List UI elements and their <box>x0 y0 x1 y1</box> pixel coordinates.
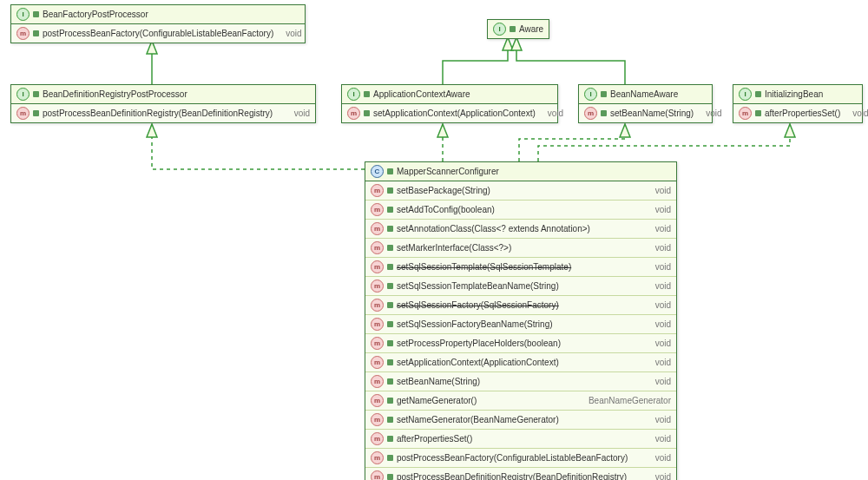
method-name: setSqlSessionFactory(SqlSessionFactory) <box>397 300 559 310</box>
return-type: BeanNameGenerator <box>580 396 671 405</box>
return-type: void <box>647 300 671 310</box>
box-header: I ApplicationContextAware <box>342 85 557 104</box>
box-beandefregistry[interactable]: I BeanDefinitionRegistryPostProcessor m … <box>10 84 316 123</box>
abstract-icon <box>510 26 516 32</box>
method-icon: m <box>371 299 384 312</box>
method-name: setBeanName(String) <box>397 377 480 386</box>
abstract-icon <box>601 110 607 116</box>
method-name: afterPropertiesSet() <box>765 108 840 118</box>
methods-list: msetBasePackage(String)voidmsetAddToConf… <box>365 181 676 480</box>
method-icon: m <box>371 470 384 480</box>
class-title: BeanDefinitionRegistryPostProcessor <box>43 89 187 99</box>
abstract-icon <box>387 417 393 423</box>
method-row: mafterPropertiesSet()void <box>365 430 676 449</box>
method-row: msetAddToConfig(boolean)void <box>365 201 676 220</box>
method-name: postProcessBeanDefinitionRegistry(BeanDe… <box>397 472 627 480</box>
abstract-icon <box>33 11 39 17</box>
method-icon: m <box>347 107 360 120</box>
return-type: void <box>647 224 671 233</box>
box-header: I BeanDefinitionRegistryPostProcessor <box>11 85 315 104</box>
abstract-icon <box>387 436 393 442</box>
method-name: setSqlSessionTemplate(SqlSessionTemplate… <box>397 262 571 272</box>
box-appcontextaware[interactable]: I ApplicationContextAware m setApplicati… <box>341 84 558 123</box>
method-row: msetSqlSessionTemplate(SqlSessionTemplat… <box>365 258 676 277</box>
method-name: setBasePackage(String) <box>397 186 490 195</box>
method-icon: m <box>371 241 384 254</box>
return-type: void <box>539 108 563 118</box>
method-icon: m <box>371 337 384 350</box>
return-type: void <box>647 434 671 444</box>
box-header: I InitializingBean <box>733 85 862 104</box>
method-name: afterPropertiesSet() <box>397 434 472 444</box>
method-row: msetNameGenerator(BeanNameGenerator)void <box>365 411 676 430</box>
abstract-icon <box>387 398 393 404</box>
method-row: msetSqlSessionFactoryBeanName(String)voi… <box>365 315 676 334</box>
box-aware[interactable]: I Aware <box>487 19 549 39</box>
box-beannameaware[interactable]: I BeanNameAware m setBeanName(String) vo… <box>578 84 713 123</box>
box-header: C MapperScannerConfigurer <box>365 162 676 181</box>
class-title: BeanNameAware <box>610 89 678 99</box>
method-icon: m <box>371 356 384 369</box>
box-header: I BeanNameAware <box>579 85 712 104</box>
method-row: m afterPropertiesSet() void <box>733 104 862 122</box>
method-row: m setApplicationContext(ApplicationConte… <box>342 104 557 122</box>
method-name: setMarkerInterface(Class<?>) <box>397 243 511 253</box>
method-row: m postProcessBeanFactory(ConfigurableLis… <box>11 24 305 43</box>
abstract-icon <box>387 340 393 346</box>
method-name: postProcessBeanFactory(ConfigurableLista… <box>397 453 628 463</box>
return-type: void <box>647 186 671 195</box>
method-row: msetMarkerInterface(Class<?>)void <box>365 239 676 258</box>
abstract-icon <box>387 226 393 232</box>
box-header: I BeanFactoryPostProcessor <box>11 5 305 24</box>
method-row: msetBasePackage(String)void <box>365 181 676 201</box>
method-icon: m <box>371 413 384 426</box>
box-beanfactorypostprocessor[interactable]: I BeanFactoryPostProcessor m postProcess… <box>10 4 306 43</box>
abstract-icon <box>33 110 39 116</box>
method-row: msetApplicationContext(ApplicationContex… <box>365 353 676 372</box>
method-name: setAnnotationClass(Class<? extends Annot… <box>397 224 590 233</box>
abstract-icon <box>755 91 761 97</box>
abstract-icon <box>755 110 761 116</box>
abstract-icon <box>364 91 370 97</box>
return-type: void <box>647 319 671 329</box>
method-icon: m <box>371 432 384 445</box>
abstract-icon <box>387 187 393 194</box>
return-type: void <box>647 339 671 348</box>
box-mapperscannerconfigurer[interactable]: C MapperScannerConfigurer msetBasePackag… <box>365 161 677 480</box>
method-row: m postProcessBeanDefinitionRegistry(Bean… <box>11 104 315 122</box>
return-type: void <box>647 262 671 272</box>
method-row: msetAnnotationClass(Class<? extends Anno… <box>365 220 676 239</box>
method-icon: m <box>16 27 30 40</box>
abstract-icon <box>387 455 393 461</box>
abstract-icon <box>387 245 393 251</box>
method-icon: m <box>371 318 384 331</box>
method-icon: m <box>16 107 30 120</box>
class-title: BeanFactoryPostProcessor <box>43 10 148 19</box>
return-type: void <box>647 243 671 253</box>
method-icon: m <box>371 184 384 197</box>
method-icon: m <box>371 203 384 216</box>
return-type: void <box>277 29 301 38</box>
abstract-icon <box>364 110 370 116</box>
method-name: setSqlSessionTemplateBeanName(String) <box>397 281 559 291</box>
method-name: setProcessPropertyPlaceHolders(boolean) <box>397 339 561 348</box>
interface-icon: I <box>739 88 752 101</box>
method-row: mgetNameGenerator()BeanNameGenerator <box>365 391 676 411</box>
abstract-icon <box>387 321 393 327</box>
return-type: void <box>647 453 671 463</box>
return-type: void <box>844 108 868 118</box>
return-type: void <box>647 415 671 424</box>
box-initializingbean[interactable]: I InitializingBean m afterPropertiesSet(… <box>733 84 863 123</box>
class-title: ApplicationContextAware <box>373 89 470 99</box>
return-type: void <box>647 205 671 214</box>
return-type: void <box>647 358 671 367</box>
return-type: void <box>647 472 671 480</box>
method-row: msetSqlSessionFactory(SqlSessionFactory)… <box>365 296 676 315</box>
method-name: postProcessBeanFactory(ConfigurableLista… <box>43 29 273 38</box>
method-row: mpostProcessBeanDefinitionRegistry(BeanD… <box>365 468 676 480</box>
method-icon: m <box>739 107 752 120</box>
method-name: setAddToConfig(boolean) <box>397 205 495 214</box>
abstract-icon <box>33 91 39 97</box>
method-icon: m <box>584 107 597 120</box>
method-icon: m <box>371 451 384 464</box>
